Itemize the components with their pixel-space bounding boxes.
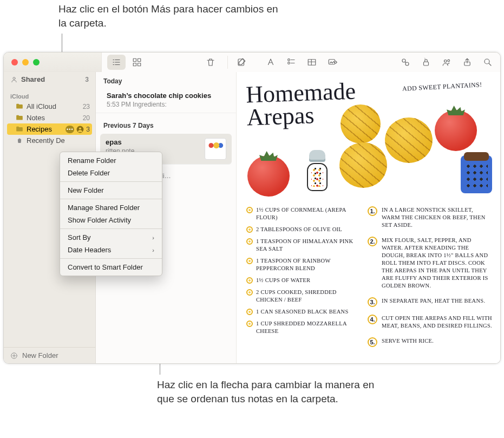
- sidebar-item-label: Recipes: [27, 125, 52, 133]
- ctx-item-label: Sort By: [68, 233, 91, 241]
- minimize-window-button[interactable]: [22, 59, 29, 66]
- tomato-drawing: [435, 110, 477, 151]
- sidebar-item-count: 23: [83, 103, 90, 110]
- note-subtitle: 5:53 PM Ingredients:: [107, 101, 228, 108]
- ingredient-item: 2 cups cooked, shredded chicken / beef: [246, 289, 360, 304]
- table-button[interactable]: [303, 55, 321, 70]
- ingredient-text: 2 tablespoons of olive oil: [256, 226, 342, 233]
- svg-point-15: [485, 59, 489, 64]
- folder-more-button[interactable]: •••: [66, 126, 74, 133]
- sidebar-item-count: 3: [86, 126, 90, 133]
- ingredient-text: 1½ cups of cornmeal (arepa flour): [256, 206, 360, 221]
- folder-icon: [16, 115, 23, 121]
- arepa-drawing: [385, 117, 433, 163]
- shared-badge-icon: [76, 126, 84, 133]
- ingredient-item: 1½ cups of water: [246, 277, 360, 284]
- bullet-icon: [246, 207, 253, 213]
- ingredient-text: 1 cup shredded mozzarella cheese: [256, 320, 360, 335]
- svg-point-5: [287, 59, 290, 61]
- sidebar-item-recently-deleted[interactable]: Recently De: [4, 135, 95, 146]
- ingredient-text: 2 cups cooked, shredded chicken / beef: [256, 289, 360, 304]
- bullet-icon: [246, 309, 253, 315]
- trash-icon: [16, 138, 23, 143]
- fullscreen-window-button[interactable]: [33, 59, 40, 66]
- share-button[interactable]: [458, 55, 476, 70]
- note-editor[interactable]: HomemadeArepas ADD SWEET PLANTAINS! 1½ c…: [237, 72, 500, 363]
- ctx-item-label: Date Headers: [68, 246, 111, 254]
- callout-top-text: Haz clic en el botón Más para hacer camb…: [58, 2, 286, 30]
- sidebar-item-recipes[interactable]: Recipes ••• 3: [7, 123, 92, 135]
- ctx-item-label: Convert to Smart Folder: [68, 263, 143, 271]
- step-text: Serve with rice.: [382, 337, 434, 347]
- svg-rect-0: [133, 58, 136, 61]
- tomato-drawing: [247, 155, 290, 197]
- note-title: epas: [106, 138, 200, 146]
- ctx-item-label: Rename Folder: [68, 156, 116, 165]
- step-text: In a large nonstick skillet, warm the ch…: [382, 206, 493, 229]
- svg-rect-11: [424, 62, 429, 66]
- svg-point-13: [448, 60, 450, 62]
- ingredient-item: 2 tablespoons of olive oil: [246, 226, 360, 233]
- delete-note-button[interactable]: [201, 55, 220, 70]
- ctx-item[interactable]: Delete Folder: [60, 167, 162, 179]
- ctx-item[interactable]: Date Headers›: [60, 244, 162, 256]
- arepa-drawing: [339, 142, 387, 188]
- bullet-icon: [246, 226, 253, 233]
- svg-rect-3: [138, 63, 141, 66]
- ctx-separator: [60, 258, 162, 259]
- steps-list: 1.In a large nonstick skillet, warm the …: [368, 206, 493, 355]
- new-folder-button[interactable]: New Folder: [4, 347, 95, 363]
- step-item: 5.Serve with rice.: [368, 337, 493, 347]
- ctx-separator: [60, 228, 162, 229]
- ingredient-text: 1 can seasoned black beans: [256, 308, 349, 316]
- close-window-button[interactable]: [11, 59, 18, 66]
- svg-rect-7: [308, 60, 316, 66]
- svg-point-12: [444, 60, 447, 63]
- ctx-item[interactable]: Sort By›: [60, 231, 162, 244]
- collaborate-button[interactable]: [437, 55, 456, 70]
- toolbar-divider: [227, 56, 228, 69]
- new-folder-label: New Folder: [22, 351, 58, 359]
- ctx-item[interactable]: Show Folder Activity: [60, 214, 162, 226]
- note-thumbnail: [205, 138, 226, 160]
- svg-point-16: [13, 77, 15, 79]
- step-number-icon: 3.: [368, 297, 377, 307]
- new-note-button[interactable]: [232, 55, 251, 70]
- ctx-item[interactable]: Convert to Smart Folder: [60, 261, 162, 273]
- step-number-icon: 4.: [368, 315, 377, 324]
- step-text: Cut open the arepas and fill with meat, …: [382, 315, 493, 330]
- arepa-drawing: [341, 104, 381, 143]
- view-gallery-button[interactable]: [128, 55, 146, 70]
- ingredient-text: 1½ cups of water: [256, 277, 310, 284]
- bullet-icon: [246, 277, 253, 284]
- toolbar: [101, 53, 500, 72]
- ctx-separator: [60, 199, 162, 199]
- sidebar-item-label: Recently De: [27, 136, 65, 145]
- recipe-corner-note: ADD SWEET PLANTAINS!: [402, 81, 482, 93]
- titlebar: [4, 53, 500, 72]
- ctx-item[interactable]: Manage Shared Folder: [60, 201, 162, 214]
- ingredient-item: 1 cup shredded mozzarella cheese: [246, 320, 360, 335]
- ctx-item[interactable]: Rename Folder: [60, 154, 162, 167]
- media-menu-button[interactable]: [323, 55, 342, 70]
- notes-list-group-header: Previous 7 Days: [96, 113, 236, 132]
- sidebar-item-all-icloud[interactable]: All iCloud 23: [4, 101, 95, 112]
- step-item: 1.In a large nonstick skillet, warm the …: [368, 206, 493, 229]
- ctx-item-label: Show Folder Activity: [68, 216, 131, 224]
- lock-note-button[interactable]: [417, 55, 435, 70]
- sidebar-shared-row[interactable]: Shared 3: [4, 72, 95, 87]
- sidebar-item-notes[interactable]: Notes 20: [4, 112, 95, 123]
- format-text-button[interactable]: [261, 55, 280, 70]
- search-button[interactable]: [479, 55, 497, 70]
- checklist-button[interactable]: [282, 55, 300, 70]
- notes-list-item[interactable]: Sarah’s chocolate chip cookies 5:53 PM I…: [96, 87, 236, 113]
- ingredient-text: 1 teaspoon of Himalayan pink sea salt: [256, 238, 360, 253]
- sidebar-item-label: Notes: [27, 114, 45, 122]
- link-note-button[interactable]: [396, 55, 415, 70]
- ctx-item[interactable]: New Folder: [60, 184, 162, 197]
- shared-folder-icon: [16, 126, 23, 132]
- notes-list-group-header: Today: [96, 72, 236, 87]
- svg-rect-1: [138, 58, 141, 61]
- note-title: Sarah’s chocolate chip cookies: [107, 91, 228, 100]
- view-list-button[interactable]: [107, 55, 126, 70]
